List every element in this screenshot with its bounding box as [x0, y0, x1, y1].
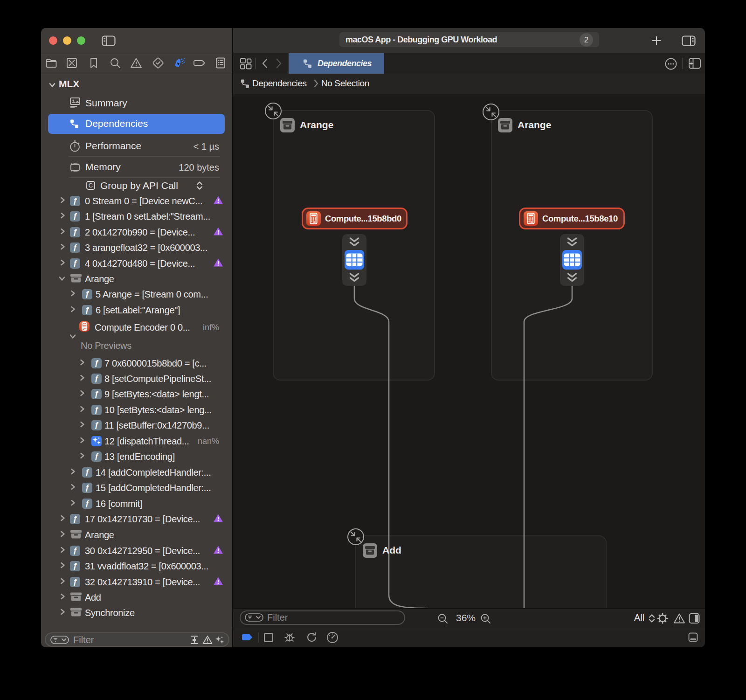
svg-text:C: C — [89, 182, 93, 189]
